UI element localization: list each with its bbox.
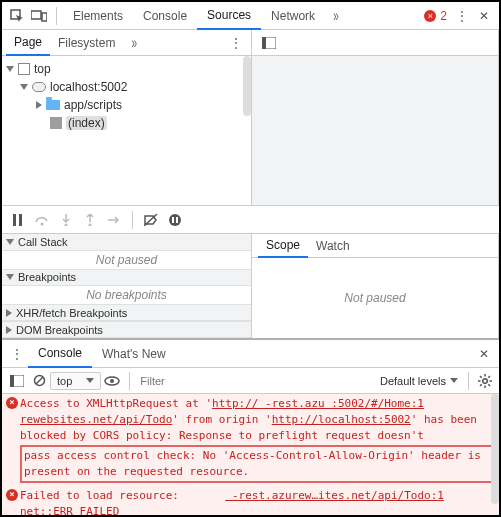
- debugger-panes: Call Stack Not paused Breakpoints No bre…: [2, 234, 499, 338]
- svg-rect-2: [42, 13, 47, 21]
- svg-line-17: [36, 377, 43, 384]
- tree-folder[interactable]: app/scripts: [2, 96, 251, 114]
- tree-host[interactable]: localhost:5002: [2, 78, 251, 96]
- step-into-icon[interactable]: [54, 209, 78, 231]
- error-dot-icon: ×: [424, 10, 436, 22]
- debugger-right: Scope Watch Not paused: [252, 234, 499, 338]
- svg-rect-12: [172, 217, 174, 223]
- console-sidebar-icon[interactable]: [6, 370, 28, 392]
- svg-point-8: [65, 223, 68, 226]
- scope-watch-tabs: Scope Watch: [252, 234, 498, 258]
- svg-rect-5: [13, 214, 16, 226]
- svg-line-28: [488, 376, 490, 378]
- chevron-down-icon: [450, 378, 458, 383]
- console-error-row[interactable]: × Access to XMLHttpRequest at 'http:// -…: [2, 394, 499, 486]
- log-levels-selector[interactable]: Default levels: [380, 375, 458, 387]
- breakpoints-header[interactable]: Breakpoints: [2, 269, 251, 286]
- editor-drawer-icon[interactable]: [258, 32, 280, 54]
- console-scrollbar[interactable]: [491, 394, 499, 504]
- console-drawer: ⋮ Console What's New ✕ top Default level…: [2, 338, 499, 517]
- tree-file-label: (index): [66, 116, 107, 130]
- tree-folder-label: app/scripts: [64, 98, 122, 112]
- tree-top-label: top: [34, 62, 51, 76]
- log-levels-label: Default levels: [380, 375, 446, 387]
- tab-filesystem[interactable]: Filesystem: [50, 30, 123, 56]
- console-messages: × Access to XMLHttpRequest at 'http:// -…: [2, 394, 499, 517]
- step-out-icon[interactable]: [78, 209, 102, 231]
- call-stack-header[interactable]: Call Stack: [2, 234, 251, 251]
- breakpoints-title: Breakpoints: [18, 271, 76, 283]
- device-mode-icon[interactable]: [28, 5, 50, 27]
- dom-bp-title: DOM Breakpoints: [16, 324, 103, 336]
- live-expression-icon[interactable]: [101, 370, 123, 392]
- navigator-kebab-icon[interactable]: ⋮: [225, 32, 247, 54]
- tab-drawer-console[interactable]: Console: [28, 340, 92, 368]
- dom-bp-header[interactable]: DOM Breakpoints: [2, 321, 251, 338]
- pause-on-exceptions-icon[interactable]: [163, 209, 187, 231]
- svg-point-9: [89, 223, 92, 226]
- error-icon: ×: [6, 489, 18, 501]
- editor-tabbar: [252, 30, 498, 56]
- close-drawer-icon[interactable]: ✕: [473, 343, 495, 365]
- chevron-down-icon: [86, 378, 94, 383]
- svg-point-11: [169, 214, 181, 226]
- error-icon: ×: [6, 397, 18, 409]
- xhr-bp-title: XHR/fetch Breakpoints: [16, 307, 127, 319]
- call-stack-title: Call Stack: [18, 236, 68, 248]
- devtools-tabbar: Elements Console Sources Network » × 2 ⋮…: [2, 2, 499, 30]
- error-count-badge[interactable]: × 2: [424, 9, 447, 23]
- tab-console[interactable]: Console: [133, 2, 197, 30]
- pause-icon[interactable]: [6, 209, 30, 231]
- inspect-icon[interactable]: [6, 5, 28, 27]
- navigator-pane: Page Filesystem » ⋮ top localhost:5002 a…: [2, 30, 252, 205]
- cors-highlight: pass access control check: No 'Access-Co…: [20, 445, 493, 483]
- console-message-text: Access to XMLHttpRequest at 'http:// -re…: [20, 396, 493, 484]
- tab-network[interactable]: Network: [261, 2, 325, 30]
- clear-console-icon[interactable]: [28, 370, 50, 392]
- tree-top[interactable]: top: [2, 60, 251, 78]
- tab-whats-new[interactable]: What's New: [92, 340, 176, 368]
- tab-sources[interactable]: Sources: [197, 2, 261, 30]
- svg-rect-4: [262, 37, 266, 49]
- console-toolbar: top Default levels: [2, 368, 499, 394]
- folder-icon: [46, 100, 60, 110]
- tab-scope[interactable]: Scope: [258, 234, 308, 258]
- context-selector[interactable]: top: [50, 372, 101, 390]
- debugger-left: Call Stack Not paused Breakpoints No bre…: [2, 234, 252, 338]
- file-icon: [50, 117, 62, 129]
- step-over-icon[interactable]: [30, 209, 54, 231]
- tab-watch[interactable]: Watch: [308, 234, 358, 258]
- kebab-menu-icon[interactable]: ⋮: [451, 5, 473, 27]
- svg-line-27: [480, 384, 482, 386]
- svg-rect-6: [19, 214, 22, 226]
- cloud-icon: [32, 82, 46, 92]
- console-message-text: Failed to load resource: -rest.azurew…it…: [20, 488, 493, 517]
- svg-rect-13: [176, 217, 178, 223]
- console-settings-icon[interactable]: [475, 371, 495, 391]
- svg-line-26: [488, 384, 490, 386]
- more-tabs-icon[interactable]: »: [325, 5, 347, 27]
- step-icon[interactable]: [102, 209, 126, 231]
- sources-panel: Page Filesystem » ⋮ top localhost:5002 a…: [2, 30, 499, 206]
- close-devtools-icon[interactable]: ✕: [473, 5, 495, 27]
- scope-body: Not paused: [252, 258, 498, 338]
- drawer-kebab-icon[interactable]: ⋮: [6, 343, 28, 365]
- navigator-more-icon[interactable]: »: [123, 32, 145, 54]
- context-selector-value: top: [57, 375, 72, 387]
- breakpoints-body: No breakpoints: [2, 286, 251, 304]
- svg-line-25: [480, 376, 482, 378]
- svg-rect-1: [31, 11, 41, 19]
- debugger-toolbar: [2, 206, 499, 234]
- tree-file[interactable]: (index): [2, 114, 251, 132]
- svg-point-20: [483, 378, 488, 383]
- xhr-bp-header[interactable]: XHR/fetch Breakpoints: [2, 304, 251, 321]
- error-count-text: 2: [440, 9, 447, 23]
- console-filter-input[interactable]: [140, 375, 230, 387]
- tab-elements[interactable]: Elements: [63, 2, 133, 30]
- tab-page[interactable]: Page: [6, 30, 50, 56]
- console-error-row[interactable]: × Failed to load resource: -rest.azurew……: [2, 486, 499, 517]
- navigator-scrollbar[interactable]: [243, 56, 251, 116]
- navigator-tabs: Page Filesystem » ⋮: [2, 30, 251, 56]
- editor-pane: [252, 30, 499, 205]
- deactivate-breakpoints-icon[interactable]: [139, 209, 163, 231]
